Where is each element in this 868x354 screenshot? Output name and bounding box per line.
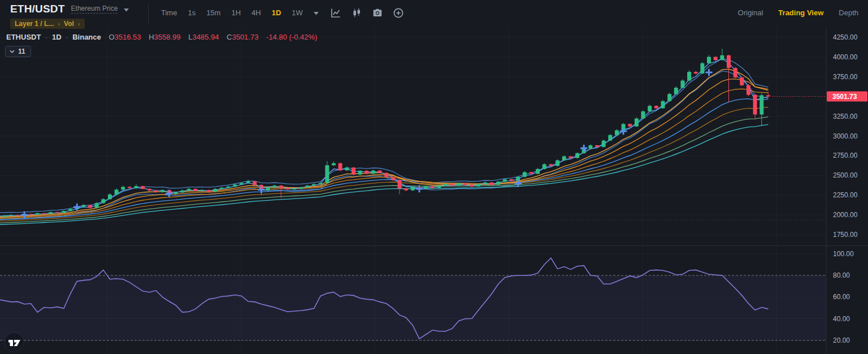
svg-text:40.00: 40.00	[833, 315, 850, 323]
last-price-label: 3501.73	[827, 92, 867, 102]
svg-text:60.00: 60.00	[833, 293, 850, 301]
svg-text:3250.00: 3250.00	[833, 113, 858, 120]
tradingview-logo[interactable]	[4, 332, 24, 352]
svg-text:2500.00: 2500.00	[833, 171, 858, 179]
svg-text:100.00: 100.00	[833, 250, 854, 258]
svg-text:4250.00: 4250.00	[833, 33, 858, 41]
svg-text:80.00: 80.00	[833, 271, 850, 279]
svg-text:3000.00: 3000.00	[833, 132, 858, 140]
svg-text:2750.00: 2750.00	[833, 152, 858, 159]
svg-text:2250.00: 2250.00	[833, 191, 858, 199]
svg-text:3501.73: 3501.73	[832, 93, 857, 101]
svg-text:3750.00: 3750.00	[833, 73, 858, 81]
trading-chart-widget: { "header": { "symbol": "ETH/USDT", "sym…	[0, 0, 868, 354]
svg-text:4000.00: 4000.00	[833, 53, 858, 61]
price-chart[interactable]: 4250.004000.003750.003250.003000.002750.…	[0, 0, 868, 354]
price-axis: 4250.004000.003750.003250.003000.002750.…	[833, 33, 858, 344]
svg-text:1750.00: 1750.00	[833, 231, 858, 239]
overlay-lines	[0, 49, 770, 225]
svg-text:2000.00: 2000.00	[833, 211, 858, 219]
svg-text:20.00: 20.00	[833, 336, 850, 344]
